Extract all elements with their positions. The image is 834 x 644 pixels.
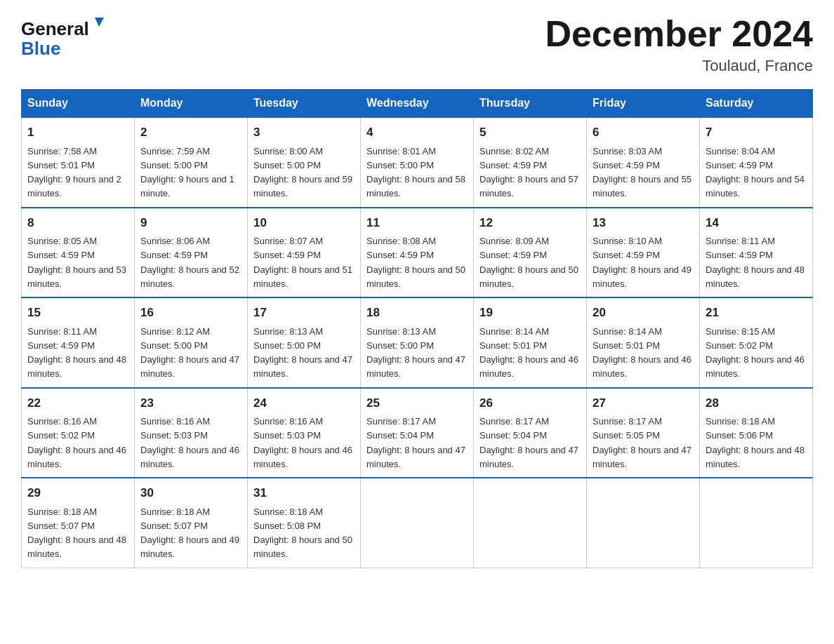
day-info: Sunrise: 7:59 AMSunset: 5:00 PMDaylight:… (140, 146, 234, 199)
weekday-header-wednesday: Wednesday (361, 90, 474, 118)
calendar-cell: 21 Sunrise: 8:15 AMSunset: 5:02 PMDaylig… (700, 297, 813, 388)
day-number: 7 (706, 123, 807, 142)
calendar-cell: 2 Sunrise: 7:59 AMSunset: 5:00 PMDayligh… (135, 117, 248, 208)
day-number: 6 (593, 123, 694, 142)
day-info: Sunrise: 8:16 AMSunset: 5:03 PMDaylight:… (140, 416, 239, 469)
calendar-cell (700, 478, 813, 568)
calendar-cell: 16 Sunrise: 8:12 AMSunset: 5:00 PMDaylig… (135, 297, 248, 388)
weekday-header-thursday: Thursday (474, 90, 587, 118)
weekday-header-tuesday: Tuesday (248, 90, 361, 118)
day-info: Sunrise: 8:16 AMSunset: 5:03 PMDaylight:… (253, 416, 352, 469)
day-info: Sunrise: 8:18 AMSunset: 5:07 PMDaylight:… (27, 507, 126, 560)
day-info: Sunrise: 8:15 AMSunset: 5:02 PMDaylight:… (706, 326, 805, 380)
calendar-cell: 3 Sunrise: 8:00 AMSunset: 5:00 PMDayligh… (248, 117, 361, 208)
calendar-cell: 4 Sunrise: 8:01 AMSunset: 5:00 PMDayligh… (361, 117, 474, 208)
day-number: 25 (366, 394, 468, 412)
day-number: 28 (706, 394, 807, 412)
day-info: Sunrise: 8:14 AMSunset: 5:01 PMDaylight:… (479, 326, 578, 380)
day-info: Sunrise: 8:17 AMSunset: 5:04 PMDaylight:… (479, 416, 578, 469)
calendar-cell: 19 Sunrise: 8:14 AMSunset: 5:01 PMDaylig… (474, 297, 587, 388)
calendar-cell: 12 Sunrise: 8:09 AMSunset: 4:59 PMDaylig… (474, 208, 587, 298)
weekday-header-monday: Monday (135, 90, 248, 118)
day-info: Sunrise: 8:14 AMSunset: 5:01 PMDaylight:… (593, 326, 691, 380)
calendar-cell: 17 Sunrise: 8:13 AMSunset: 5:00 PMDaylig… (248, 297, 361, 388)
day-info: Sunrise: 8:17 AMSunset: 5:05 PMDaylight:… (593, 416, 691, 469)
day-info: Sunrise: 8:16 AMSunset: 5:02 PMDaylight:… (27, 416, 126, 469)
calendar-cell: 20 Sunrise: 8:14 AMSunset: 5:01 PMDaylig… (587, 297, 700, 388)
day-number: 9 (140, 214, 241, 232)
calendar-cell: 30 Sunrise: 8:18 AMSunset: 5:07 PMDaylig… (135, 478, 248, 568)
svg-text:General: General (21, 18, 89, 39)
weekday-header-sunday: Sunday (22, 90, 135, 118)
logo: General Blue (21, 14, 112, 60)
calendar-cell: 23 Sunrise: 8:16 AMSunset: 5:03 PMDaylig… (135, 388, 248, 478)
day-info: Sunrise: 8:17 AMSunset: 5:04 PMDaylight:… (366, 416, 465, 469)
day-number: 3 (253, 123, 355, 142)
day-number: 29 (27, 484, 128, 502)
month-title: December 2024 (545, 14, 813, 54)
day-number: 18 (366, 304, 468, 322)
day-info: Sunrise: 8:02 AMSunset: 4:59 PMDaylight:… (479, 146, 578, 199)
day-number: 30 (140, 484, 241, 502)
day-number: 23 (140, 394, 241, 412)
day-number: 31 (253, 484, 355, 502)
day-number: 26 (479, 394, 581, 412)
day-info: Sunrise: 8:09 AMSunset: 4:59 PMDaylight:… (479, 236, 578, 289)
day-info: Sunrise: 8:13 AMSunset: 5:00 PMDaylight:… (253, 326, 352, 380)
week-row-2: 8 Sunrise: 8:05 AMSunset: 4:59 PMDayligh… (22, 208, 813, 298)
calendar-cell (474, 478, 587, 568)
day-info: Sunrise: 8:01 AMSunset: 5:00 PMDaylight:… (366, 146, 465, 199)
svg-text:Blue: Blue (21, 38, 60, 59)
day-number: 2 (140, 123, 241, 142)
day-info: Sunrise: 8:18 AMSunset: 5:06 PMDaylight:… (706, 416, 805, 469)
calendar-table: SundayMondayTuesdayWednesdayThursdayFrid… (21, 89, 813, 568)
calendar-cell: 26 Sunrise: 8:17 AMSunset: 5:04 PMDaylig… (474, 388, 587, 478)
calendar-cell: 7 Sunrise: 8:04 AMSunset: 4:59 PMDayligh… (700, 117, 813, 208)
location: Toulaud, France (545, 57, 813, 75)
week-row-4: 22 Sunrise: 8:16 AMSunset: 5:02 PMDaylig… (22, 388, 813, 478)
day-info: Sunrise: 8:11 AMSunset: 4:59 PMDaylight:… (27, 326, 126, 380)
calendar-cell: 24 Sunrise: 8:16 AMSunset: 5:03 PMDaylig… (248, 388, 361, 478)
day-number: 16 (140, 304, 241, 322)
day-info: Sunrise: 8:18 AMSunset: 5:07 PMDaylight:… (140, 507, 239, 560)
weekday-header-friday: Friday (587, 90, 700, 118)
calendar-cell: 27 Sunrise: 8:17 AMSunset: 5:05 PMDaylig… (587, 388, 700, 478)
svg-marker-1 (95, 18, 104, 27)
day-info: Sunrise: 8:00 AMSunset: 5:00 PMDaylight:… (253, 146, 352, 199)
day-number: 14 (706, 214, 807, 232)
day-number: 20 (593, 304, 694, 322)
calendar-cell: 22 Sunrise: 8:16 AMSunset: 5:02 PMDaylig… (22, 388, 135, 478)
day-info: Sunrise: 8:03 AMSunset: 4:59 PMDaylight:… (593, 146, 691, 199)
calendar-cell: 11 Sunrise: 8:08 AMSunset: 4:59 PMDaylig… (361, 208, 474, 298)
day-number: 12 (479, 214, 581, 232)
calendar-cell: 31 Sunrise: 8:18 AMSunset: 5:08 PMDaylig… (248, 478, 361, 568)
day-number: 5 (479, 123, 581, 142)
day-number: 22 (27, 394, 128, 412)
weekday-header-row: SundayMondayTuesdayWednesdayThursdayFrid… (22, 90, 813, 118)
weekday-header-saturday: Saturday (700, 90, 813, 118)
calendar-cell: 15 Sunrise: 8:11 AMSunset: 4:59 PMDaylig… (22, 297, 135, 388)
day-number: 10 (253, 214, 355, 232)
day-number: 11 (366, 214, 468, 232)
day-info: Sunrise: 8:04 AMSunset: 4:59 PMDaylight:… (706, 146, 805, 199)
calendar-cell: 10 Sunrise: 8:07 AMSunset: 4:59 PMDaylig… (248, 208, 361, 298)
calendar-cell: 18 Sunrise: 8:13 AMSunset: 5:00 PMDaylig… (361, 297, 474, 388)
week-row-3: 15 Sunrise: 8:11 AMSunset: 4:59 PMDaylig… (22, 297, 813, 388)
day-number: 24 (253, 394, 355, 412)
calendar-cell: 5 Sunrise: 8:02 AMSunset: 4:59 PMDayligh… (474, 117, 587, 208)
day-info: Sunrise: 8:05 AMSunset: 4:59 PMDaylight:… (27, 236, 126, 289)
day-number: 17 (253, 304, 355, 322)
day-number: 19 (479, 304, 581, 322)
day-number: 8 (27, 214, 128, 232)
day-info: Sunrise: 8:13 AMSunset: 5:00 PMDaylight:… (366, 326, 465, 380)
calendar-cell: 9 Sunrise: 8:06 AMSunset: 4:59 PMDayligh… (135, 208, 248, 298)
week-row-5: 29 Sunrise: 8:18 AMSunset: 5:07 PMDaylig… (22, 478, 813, 568)
day-info: Sunrise: 8:12 AMSunset: 5:00 PMDaylight:… (140, 326, 239, 380)
page-header: General Blue December 2024 Toulaud, Fran… (21, 14, 813, 75)
calendar-cell: 25 Sunrise: 8:17 AMSunset: 5:04 PMDaylig… (361, 388, 474, 478)
week-row-1: 1 Sunrise: 7:58 AMSunset: 5:01 PMDayligh… (22, 117, 813, 208)
day-info: Sunrise: 7:58 AMSunset: 5:01 PMDaylight:… (27, 146, 121, 199)
logo-svg: General Blue (21, 14, 112, 60)
day-info: Sunrise: 8:18 AMSunset: 5:08 PMDaylight:… (253, 507, 352, 560)
calendar-cell: 14 Sunrise: 8:11 AMSunset: 4:59 PMDaylig… (700, 208, 813, 298)
